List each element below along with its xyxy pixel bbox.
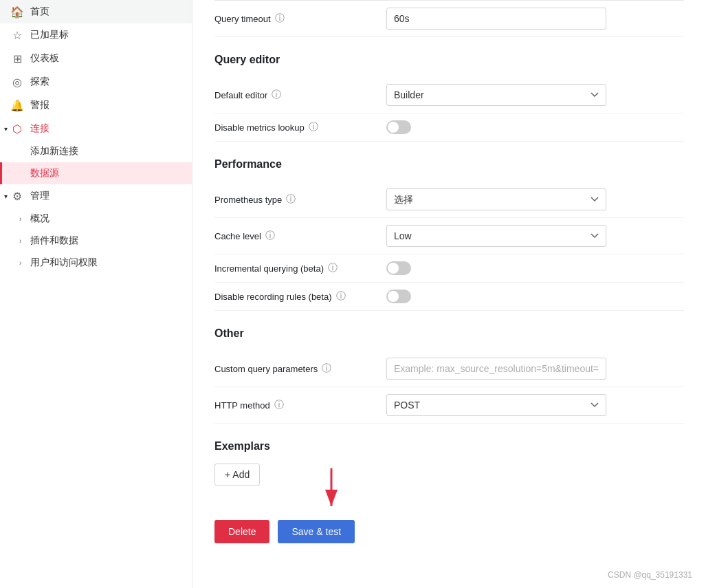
watermark: CSDN @qq_35191331 <box>608 570 692 580</box>
overview-label: 概况 <box>30 213 49 225</box>
http-method-row: HTTP method ⓘ POST GET <box>214 387 684 424</box>
custom-query-params-input[interactable] <box>386 358 606 380</box>
disable-recording-rules-row: Disable recording rules (beta) ⓘ <box>214 283 684 311</box>
custom-query-params-control <box>386 358 684 380</box>
query-editor-section-title: Query editor <box>214 37 684 77</box>
prometheus-type-row: Prometheus type ⓘ 选择 Prometheus Cortex T… <box>214 182 684 218</box>
disable-recording-rules-label: Disable recording rules (beta) ⓘ <box>214 290 386 303</box>
sidebar-subitem-datasource[interactable]: 数据源 <box>0 162 192 184</box>
cache-level-control: Low Medium High <box>386 225 684 247</box>
disable-recording-rules-control <box>386 290 684 303</box>
exemplars-section-title: Exemplars <box>214 424 684 464</box>
incremental-querying-control <box>386 261 684 275</box>
disable-recording-rules-info-icon[interactable]: ⓘ <box>336 290 346 303</box>
sidebar-subitem-users[interactable]: › 用户和访问权限 <box>0 252 192 274</box>
cache-level-label: Cache level ⓘ <box>214 230 386 242</box>
http-method-control: POST GET <box>386 394 684 416</box>
prometheus-type-control: 选择 Prometheus Cortex Thanos Mimir <box>386 188 684 210</box>
incremental-querying-toggle[interactable] <box>386 261 411 275</box>
performance-section-title: Performance <box>214 142 684 182</box>
star-icon: ☆ <box>11 29 23 41</box>
default-editor-info-icon[interactable]: ⓘ <box>272 89 281 101</box>
users-label: 用户和访问权限 <box>30 257 98 269</box>
cache-level-select[interactable]: Low Medium High <box>386 225 606 247</box>
disable-recording-rules-toggle[interactable] <box>386 290 411 303</box>
query-timeout-input[interactable] <box>386 8 606 30</box>
http-method-info-icon[interactable]: ⓘ <box>274 399 284 411</box>
sidebar-item-label: 仪表板 <box>30 52 59 65</box>
default-editor-label: Default editor ⓘ <box>214 89 386 101</box>
sidebar-item-explore[interactable]: ◎ 探索 <box>0 70 192 94</box>
plugins-label: 插件和数据 <box>30 235 78 247</box>
sidebar-subitem-plugins[interactable]: › 插件和数据 <box>0 230 192 252</box>
chevron-down-icon: ▾ <box>4 125 8 133</box>
sidebar-item-label: 探索 <box>30 76 49 88</box>
query-timeout-info-icon[interactable]: ⓘ <box>275 12 285 25</box>
disable-metrics-info-icon[interactable]: ⓘ <box>309 121 318 133</box>
sidebar-item-label: 管理 <box>30 190 49 202</box>
sidebar-subitem-overview[interactable]: › 概况 <box>0 208 192 230</box>
prometheus-type-info-icon[interactable]: ⓘ <box>286 193 296 206</box>
disable-metrics-label: Disable metrics lookup ⓘ <box>214 121 386 133</box>
disable-metrics-control <box>386 120 684 134</box>
query-timeout-control <box>386 8 684 30</box>
sidebar-item-label: 首页 <box>30 6 49 18</box>
add-connection-label: 添加新连接 <box>30 145 78 157</box>
disable-metrics-row: Disable metrics lookup ⓘ <box>214 113 684 142</box>
other-section-title: Other <box>214 311 684 351</box>
chevron-down-icon: ▾ <box>4 193 8 200</box>
explore-icon: ◎ <box>11 76 23 88</box>
add-exemplar-button[interactable]: + Add <box>214 464 260 486</box>
sidebar-item-label: 警报 <box>30 99 49 111</box>
sidebar-item-home[interactable]: 🏠 首页 <box>0 0 192 23</box>
custom-query-params-row: Custom query parameters ⓘ <box>214 351 684 387</box>
connections-icon: ⬡ <box>11 122 23 135</box>
custom-query-params-info-icon[interactable]: ⓘ <box>322 362 331 375</box>
prometheus-type-select[interactable]: 选择 Prometheus Cortex Thanos Mimir <box>386 188 606 210</box>
sidebar-item-admin[interactable]: ▾ ⚙ 管理 <box>0 184 192 208</box>
save-test-button[interactable]: Save & test <box>278 520 355 543</box>
datasource-label: 数据源 <box>30 167 59 179</box>
action-buttons-row: Delete Save & test <box>214 506 684 543</box>
cache-level-row: Cache level ⓘ Low Medium High <box>214 218 684 254</box>
http-method-label: HTTP method ⓘ <box>214 399 386 411</box>
delete-button[interactable]: Delete <box>214 520 269 543</box>
disable-metrics-toggle[interactable] <box>386 120 411 134</box>
sidebar-item-dashboard[interactable]: ⊞ 仪表板 <box>0 47 192 70</box>
cache-level-info-icon[interactable]: ⓘ <box>265 230 275 242</box>
sidebar: 🏠 首页 ☆ 已加星标 ⊞ 仪表板 ◎ 探索 🔔 警报 ▾ ⬡ 连接 添加新连接… <box>0 0 192 588</box>
main-content: Query timeout ⓘ Query editor Default edi… <box>192 0 706 588</box>
sidebar-item-connections[interactable]: ▾ ⬡ 连接 <box>0 117 192 140</box>
red-arrow-annotation <box>304 465 359 520</box>
sidebar-item-starred[interactable]: ☆ 已加星标 <box>0 23 192 47</box>
incremental-querying-label: Incremental querying (beta) ⓘ <box>214 262 386 274</box>
sidebar-subitem-add-connection[interactable]: 添加新连接 <box>0 140 192 162</box>
sidebar-item-label: 已加星标 <box>30 29 69 41</box>
http-method-select[interactable]: POST GET <box>386 394 606 416</box>
incremental-querying-info-icon[interactable]: ⓘ <box>328 262 338 274</box>
home-icon: 🏠 <box>11 6 23 18</box>
custom-query-params-label: Custom query parameters ⓘ <box>214 362 386 375</box>
sidebar-item-label: 连接 <box>30 122 49 135</box>
default-editor-control: Builder Code <box>386 84 684 106</box>
sidebar-item-alerts[interactable]: 🔔 警报 <box>0 94 192 117</box>
default-editor-select[interactable]: Builder Code <box>386 84 606 106</box>
admin-icon: ⚙ <box>11 190 23 202</box>
dashboard-icon: ⊞ <box>11 52 23 65</box>
query-timeout-row: Query timeout ⓘ <box>214 1 684 37</box>
prometheus-type-label: Prometheus type ⓘ <box>214 193 386 206</box>
incremental-querying-row: Incremental querying (beta) ⓘ <box>214 254 684 283</box>
default-editor-row: Default editor ⓘ Builder Code <box>214 77 684 113</box>
query-timeout-label: Query timeout ⓘ <box>214 12 386 25</box>
bell-icon: 🔔 <box>11 99 23 111</box>
